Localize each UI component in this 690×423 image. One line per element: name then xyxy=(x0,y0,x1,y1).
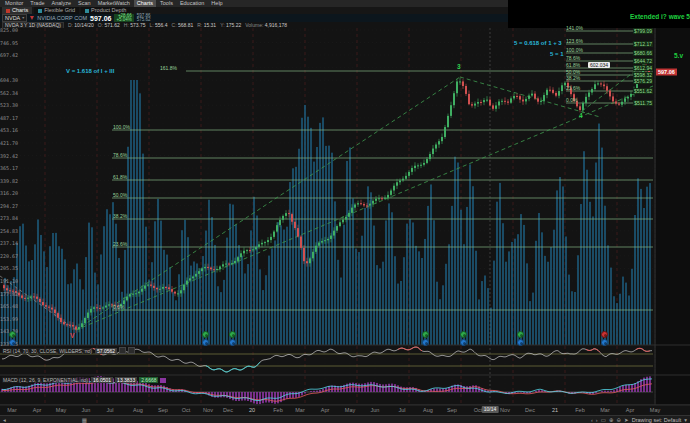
fit-icon[interactable]: ▭ xyxy=(601,416,606,423)
macd-label[interactable]: MACD (12, 26, 9, EXPONENTIAL, no) xyxy=(2,377,89,383)
macd-histogram-swatch xyxy=(160,378,166,383)
grid-toggle-icon[interactable]: ▦ xyxy=(82,416,87,423)
macd-study-row: MACD (12, 26, 9, EXPONENTIAL, no) 16.050… xyxy=(2,377,166,383)
chevron-down-icon[interactable]: ▾ xyxy=(684,416,687,423)
rsi-settings-icon[interactable] xyxy=(119,347,126,354)
macd-diff-badge: 2.6668 xyxy=(139,377,158,383)
cursor-icon: ➤ xyxy=(624,416,629,423)
rsi-study-row: RSI (14, 70, 30, CLOSE, WILDERS, no) 57.… xyxy=(2,347,135,354)
pan-left-icon[interactable]: ‹ xyxy=(591,416,593,423)
macd-avg-value: 13.3833 xyxy=(115,377,137,383)
collapse-icon[interactable]: ◂ xyxy=(3,416,6,423)
rsi-help-icon[interactable] xyxy=(128,347,135,354)
zoom-out-icon[interactable]: ⊖ xyxy=(616,416,621,423)
macd-value: 16.0501 xyxy=(91,377,113,383)
rsi-value: 57.0562 xyxy=(95,348,117,354)
rsi-label[interactable]: RSI (14, 70, 30, CLOSE, WILDERS, no) xyxy=(2,348,93,354)
pan-right-icon[interactable]: › xyxy=(596,416,598,423)
price-chart[interactable] xyxy=(0,0,690,423)
trading-platform-window: MonitorTradeAnalyzeScanMarketWatchCharts… xyxy=(0,0,690,423)
status-bar: ◂ ▦ ‹ › ▭ ⊕ ⊖ ➤ Drawing set: Default ▾ xyxy=(0,415,690,423)
zoom-in-icon[interactable]: ⊕ xyxy=(609,416,614,423)
drawing-set-selector[interactable]: Drawing set: Default xyxy=(632,417,682,423)
